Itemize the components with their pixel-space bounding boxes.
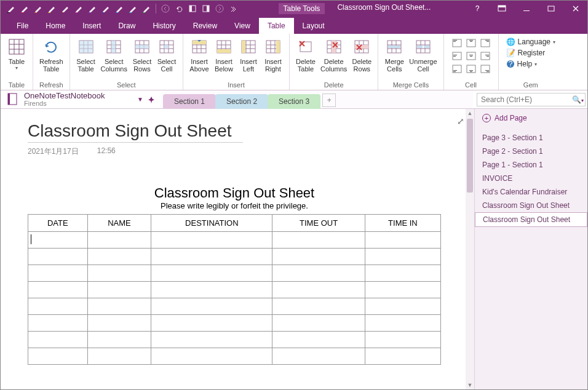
sign-out-table[interactable]: Classroom Sign Out SheetPlease write leg… — [28, 181, 441, 365]
table-cell[interactable] — [365, 232, 440, 249]
section-tab[interactable]: Section 3 — [268, 94, 320, 109]
section-tab[interactable]: Section 2 — [215, 94, 268, 109]
delete-rows-button[interactable]: DeleteRows — [349, 36, 374, 74]
page-list-item[interactable]: Classroom Sign Out Sheet — [475, 199, 587, 212]
unmerge-cell-button[interactable]: UnmergeCell — [407, 36, 439, 74]
pen-orange-icon[interactable] — [31, 2, 45, 15]
pen-blue-icon[interactable] — [113, 2, 126, 15]
pen-green-icon[interactable] — [140, 2, 153, 15]
align-mid-left-button[interactable] — [450, 50, 464, 62]
page-list-item[interactable]: Kid's Calendar Fundraiser — [475, 185, 587, 199]
insert-above-button[interactable]: InsertAbove — [187, 36, 212, 74]
vertical-scrollbar[interactable]: ▲ ▼ — [466, 109, 474, 389]
table-cell[interactable] — [365, 348, 440, 365]
page-title[interactable]: Classroom Sign Out Sheet — [28, 121, 447, 141]
scroll-up-icon[interactable]: ▲ — [466, 109, 474, 117]
page-list-item[interactable]: Page 2 - Section 1 — [475, 145, 587, 158]
table-cell[interactable] — [272, 265, 365, 282]
table-cell[interactable] — [151, 332, 272, 348]
table-cell[interactable] — [272, 282, 365, 298]
align-top-left-button[interactable] — [450, 37, 464, 49]
page-canvas[interactable]: ⤢ Classroom Sign Out Sheet 2021年1月17日 12… — [1, 109, 474, 389]
add-page-button[interactable]: + Add Page — [475, 109, 587, 127]
search-input[interactable] — [477, 93, 586, 106]
menu-tab-draw[interactable]: Draw — [109, 18, 144, 34]
ribbon-display-icon[interactable] — [494, 1, 510, 17]
delete-columns-button[interactable]: DeleteColumns — [318, 36, 349, 74]
table-cell[interactable] — [28, 298, 88, 315]
table-cell[interactable] — [151, 232, 272, 249]
menu-tab-history[interactable]: History — [144, 18, 184, 34]
column-header[interactable]: TIME OUT — [272, 215, 365, 232]
table-cell[interactable] — [87, 315, 151, 332]
table-cell[interactable] — [365, 332, 440, 348]
pen-darkred-icon[interactable] — [58, 2, 72, 15]
insert-below-button[interactable]: InsertBelow — [212, 36, 236, 74]
dock-left-icon[interactable] — [186, 2, 199, 15]
table-cell[interactable] — [272, 315, 365, 332]
table-cell[interactable] — [365, 265, 440, 282]
pen-pink-icon[interactable] — [72, 2, 85, 15]
table-cell[interactable] — [365, 282, 440, 298]
qat-more-icon[interactable] — [226, 2, 240, 15]
select-columns-button[interactable]: SelectColumns — [98, 36, 130, 74]
pen-purple-icon[interactable] — [85, 2, 99, 15]
delete-table-button[interactable]: DeleteTable — [293, 36, 318, 74]
table-cell[interactable] — [28, 348, 88, 365]
page-list-item[interactable]: Classroom Sign Out Sheet — [475, 212, 587, 227]
align-mid-center-button[interactable] — [464, 50, 478, 62]
align-mid-right-button[interactable] — [479, 50, 492, 62]
select-rows-button[interactable]: SelectRows — [130, 36, 154, 74]
table-cell[interactable] — [151, 315, 272, 332]
table-cell[interactable] — [151, 265, 272, 282]
scroll-down-icon[interactable]: ▼ — [466, 381, 474, 389]
table-cell[interactable] — [87, 265, 151, 282]
menu-tab-review[interactable]: Review — [185, 18, 226, 34]
register-button[interactable]: 📝Register — [505, 48, 557, 58]
menu-tab-file[interactable]: File — [8, 18, 37, 34]
forward-icon[interactable] — [213, 2, 226, 15]
table-cell[interactable] — [272, 332, 365, 348]
refresh-table-button[interactable]: RefreshTable — [37, 36, 66, 74]
table-cell[interactable] — [151, 298, 272, 315]
language-button[interactable]: 🌐Language▾ — [505, 37, 557, 47]
table-cell[interactable] — [87, 298, 151, 315]
table-cell[interactable] — [28, 315, 88, 332]
maximize-icon[interactable] — [543, 1, 559, 17]
select-cell-button[interactable]: SelectCell — [154, 36, 179, 74]
table-cell[interactable] — [272, 348, 365, 365]
pen-black-icon[interactable] — [4, 2, 18, 15]
notebook-selector[interactable]: OneNoteTestNotebook Firends ▼ — [1, 90, 161, 109]
pen-cyan-icon[interactable] — [126, 2, 140, 15]
menu-tab-table[interactable]: Table — [259, 18, 294, 34]
page-list-item[interactable]: INVOICE — [475, 172, 587, 185]
insert-right-button[interactable]: InsertRight — [261, 36, 285, 74]
table-cell[interactable] — [151, 348, 272, 365]
align-top-right-button[interactable] — [479, 37, 492, 49]
table-cell[interactable] — [272, 249, 365, 265]
minimize-icon[interactable] — [518, 1, 534, 17]
column-header[interactable]: DESTINATION — [151, 215, 272, 232]
column-header[interactable]: TIME IN — [365, 215, 440, 232]
help-button[interactable]: ?Help▾ — [505, 59, 557, 69]
pen-red-icon[interactable] — [18, 2, 31, 15]
table-button[interactable]: Table ▾ — [4, 36, 29, 72]
table-cell[interactable] — [151, 249, 272, 265]
column-header[interactable]: NAME — [87, 215, 151, 232]
section-tab[interactable]: Section 1 — [163, 94, 216, 109]
table-cell[interactable] — [28, 282, 88, 298]
help-icon[interactable]: ? — [469, 1, 485, 17]
table-cell[interactable] — [87, 232, 151, 249]
page-list-item[interactable]: Page 1 - Section 1 — [475, 158, 587, 172]
table-cell[interactable] — [87, 282, 151, 298]
column-header[interactable]: DATE — [28, 215, 88, 232]
pen-navy-icon[interactable] — [99, 2, 113, 15]
table-cell[interactable] — [28, 332, 88, 348]
scroll-thumb[interactable] — [467, 119, 473, 193]
align-bot-left-button[interactable] — [450, 63, 464, 75]
add-section-button[interactable]: + — [322, 94, 336, 107]
table-cell[interactable] — [151, 282, 272, 298]
menu-tab-view[interactable]: View — [226, 18, 259, 34]
undo-icon[interactable] — [172, 2, 186, 15]
align-bot-center-button[interactable] — [464, 63, 478, 75]
